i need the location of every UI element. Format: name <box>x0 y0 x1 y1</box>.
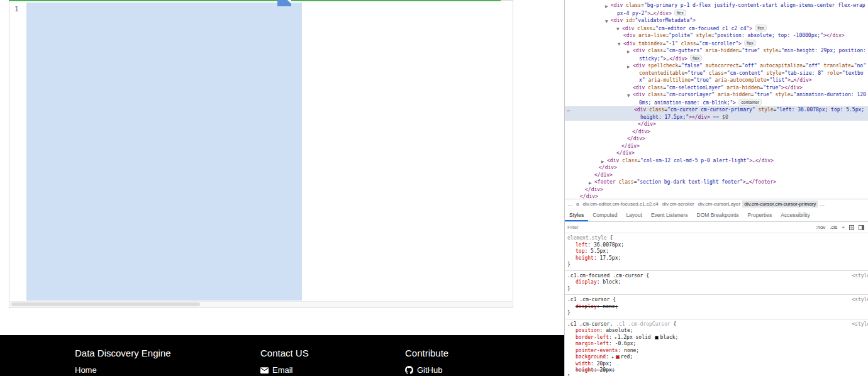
code-segment: "false" <box>681 63 703 69</box>
breadcrumb-item[interactable]: div.cm-cursorLayer <box>696 201 742 207</box>
style-source-link[interactable]: <style> <box>852 297 868 304</box>
css-declaration[interactable]: display: none; <box>567 304 868 311</box>
tree-node[interactable]: ▶<div spellcheck="false" autocorrect="of… <box>565 62 868 84</box>
property-name: pointer-events <box>576 348 618 353</box>
styles-filter-input[interactable] <box>567 224 812 230</box>
flex-badge[interactable]: flex <box>674 9 686 16</box>
css-declaration[interactable]: top: 5.5px; <box>567 248 868 255</box>
rule-selector[interactable]: element.style { <box>567 235 868 242</box>
code-segment: "true" <box>687 70 706 76</box>
tree-node[interactable]: </div> <box>565 150 868 157</box>
style-source-link[interactable]: <style> <box>852 273 868 280</box>
expand-value-icon[interactable]: ▸ <box>615 335 617 340</box>
footer-link-home[interactable]: Home <box>75 365 260 375</box>
footer-link-email[interactable]: Email <box>260 365 405 375</box>
color-swatch[interactable] <box>655 336 659 340</box>
css-declaration[interactable]: border-left: ▸1.2px solid black; <box>567 335 868 341</box>
breadcrumb-item[interactable]: … <box>565 201 574 207</box>
rule-selector[interactable]: .c1 .cm-cursor { <box>567 297 868 304</box>
code-segment: ; <box>621 242 624 248</box>
code-segment: "polite" <box>669 33 693 38</box>
flex-badge[interactable]: flex <box>755 25 767 31</box>
collapse-arrow-icon[interactable]: ▼ <box>627 92 630 99</box>
tree-node[interactable]: <div aria-live="polite" style="position:… <box>565 32 868 40</box>
selection-handle[interactable] <box>277 0 291 6</box>
expand-arrow-icon[interactable]: ▶ <box>605 3 608 10</box>
css-declaration[interactable]: height: 17.5px; <box>567 255 868 262</box>
node-overflow-dots[interactable]: … <box>567 106 570 114</box>
code-segment: <div <box>633 63 645 69</box>
tree-node[interactable]: ▶<div class="bg-primary p-1 d-flex justi… <box>565 2 868 17</box>
tree-node[interactable]: </div> <box>565 143 868 150</box>
style-rule: <style>.c1 .cm-cursor {display: none;} <box>565 295 868 319</box>
scrollbar-thumb[interactable] <box>11 302 200 306</box>
rule-selector[interactable]: .c1.cm-focused .cm-cursor { <box>567 273 868 280</box>
collapse-arrow-icon[interactable]: ▼ <box>616 25 620 33</box>
code-segment: : <box>600 328 606 333</box>
breadcrumb-item[interactable]: div.cm-scroller <box>660 201 696 207</box>
toolbar-+-button[interactable]: + <box>842 224 845 230</box>
code-segment: role <box>824 70 839 76</box>
flex-badge[interactable]: flex <box>744 40 756 47</box>
tree-node[interactable]: ▼<div class="cm-cursorLayer" aria-hidden… <box>565 91 868 106</box>
tab-event-listeners[interactable]: Event Listeners <box>647 208 693 221</box>
tab-computed[interactable]: Computed <box>588 208 621 221</box>
css-declaration[interactable]: margin-left: -0.6px; <box>567 341 868 348</box>
tree-node[interactable]: </div> <box>565 135 868 143</box>
code-segment: "off" <box>806 63 821 69</box>
tree-node[interactable]: ▼<div id="validatorMetadata"> <box>565 17 868 25</box>
code-editor[interactable]: 1 <box>9 0 513 308</box>
tree-node[interactable]: ▶<div class="col-sm-12 col-md-5 p-0 aler… <box>565 157 868 165</box>
expand-arrow-icon[interactable]: ▶ <box>627 63 630 70</box>
grid-icon[interactable] <box>849 225 854 230</box>
toolbar-cls-button[interactable]: .cls <box>830 224 837 230</box>
code-segment: "-1" <box>665 41 677 47</box>
code-segment: "list" <box>769 77 787 83</box>
panel-icon[interactable] <box>859 225 864 230</box>
flex-badge[interactable]: flex <box>690 55 702 62</box>
tree-node[interactable]: ▶<div class="cm-gutters" aria-hidden="tr… <box>565 47 868 62</box>
tree-node[interactable]: ▶<footer class="section bg-dark text-lig… <box>565 179 868 186</box>
color-swatch[interactable] <box>616 355 620 359</box>
tree-node[interactable]: </div> <box>565 172 868 179</box>
tab-dom-breakpoints[interactable]: DOM Breakpoints <box>693 208 743 221</box>
css-declaration[interactable]: position: absolute; <box>567 328 868 335</box>
tree-node[interactable]: </div> <box>565 121 868 128</box>
tree-node[interactable]: ▼<div class="cm-editor cm-focused c1 c2 … <box>565 25 868 33</box>
rule-selector[interactable]: .c1 .cm-cursor, .c1 .cm-dropCursor { <box>567 321 868 328</box>
tab-layout[interactable]: Layout <box>621 208 647 221</box>
toolbar-hov-button[interactable]: :hov <box>816 224 825 230</box>
css-declaration[interactable]: display: block; <box>567 279 868 286</box>
collapse-arrow-icon[interactable]: ▼ <box>618 40 621 48</box>
tree-node[interactable]: </div> <box>565 164 868 172</box>
breadcrumb-item[interactable]: … <box>818 201 826 207</box>
breadcrumb-item[interactable]: a <box>574 201 581 207</box>
code-segment: </div> <box>669 56 687 62</box>
footer-link-github[interactable]: GitHub <box>405 365 448 375</box>
tree-node[interactable]: </div> <box>565 193 868 199</box>
container-badge[interactable]: container <box>738 99 762 106</box>
horizontal-scrollbar[interactable] <box>10 301 512 307</box>
tree-node[interactable]: <div class="cm-selectionLayer" aria-hidd… <box>565 84 868 92</box>
code-segment: class <box>645 48 663 53</box>
css-declaration[interactable]: height: 20px; <box>567 367 868 374</box>
code-segment: </div> <box>654 11 672 16</box>
css-declaration[interactable]: width: 20px; <box>567 361 868 368</box>
breadcrumb-item[interactable]: div.cm-cursor.cm-cursor-primary <box>742 201 818 207</box>
property-value: 5.5px <box>591 248 606 254</box>
css-declaration[interactable]: background: ▸red; <box>567 354 868 361</box>
css-declaration[interactable]: pointer-events: none; <box>567 348 868 355</box>
expand-arrow-icon[interactable]: ▶ <box>627 48 630 55</box>
expand-value-icon[interactable]: ▸ <box>612 355 614 359</box>
tab-styles[interactable]: Styles <box>565 208 588 221</box>
tab-accessibility[interactable]: Accessibility <box>776 208 814 221</box>
code-segment: ; <box>618 279 621 285</box>
tree-node[interactable]: ▼<div tabindex="-1" class="cm-scroller">… <box>565 40 868 48</box>
tree-node[interactable]: </div> <box>565 186 868 194</box>
tab-properties[interactable]: Properties <box>743 208 777 221</box>
breadcrumb-item[interactable]: div.cm-editor.cm-focused.c1.c2.c4 <box>581 201 660 207</box>
tree-node[interactable]: </div> <box>565 128 868 136</box>
style-source-link[interactable]: <style> <box>852 321 868 328</box>
css-declaration[interactable]: left: 36.0078px; <box>567 242 868 249</box>
tree-node-selected[interactable]: …<div class="cm-cursor cm-cursor-primary… <box>565 106 868 121</box>
